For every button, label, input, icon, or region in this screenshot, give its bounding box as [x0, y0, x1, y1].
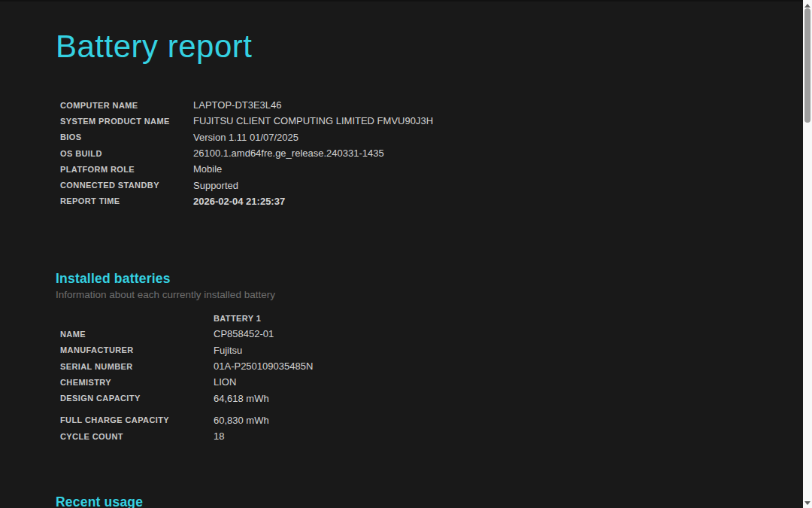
- table-row: OS BUILD 26100.1.amd64fre.ge_release.240…: [60, 145, 433, 161]
- battery-label: SERIAL NUMBER: [60, 362, 214, 371]
- info-label: CONNECTED STANDBY: [60, 181, 193, 190]
- info-label: BIOS: [60, 132, 193, 141]
- top-edge-divider: [0, 0, 812, 2]
- battery-label: FULL CHARGE CAPACITY: [60, 415, 214, 424]
- table-row: SYSTEM PRODUCT NAME FUJITSU CLIENT COMPU…: [60, 113, 433, 129]
- info-value: Mobile: [193, 163, 222, 175]
- battery-report-page: Battery report COMPUTER NAME LAPTOP-DT3E…: [0, 0, 812, 508]
- table-row: NAME CP858452-01: [60, 326, 313, 342]
- battery-column-header: BATTERY 1: [214, 314, 261, 323]
- installed-batteries-heading: Installed batteries: [56, 271, 171, 287]
- battery-label: DESIGN CAPACITY: [60, 394, 214, 403]
- info-label: SYSTEM PRODUCT NAME: [60, 117, 193, 126]
- installed-batteries-subtitle: Information about each currently install…: [56, 289, 275, 300]
- scrollbar-down-arrow-icon: [804, 501, 810, 505]
- battery-value: 01A-P250109035485N: [214, 360, 313, 372]
- table-row: CONNECTED STANDBY Supported: [60, 177, 433, 193]
- table-row: COMPUTER NAME LAPTOP-DT3E3L46: [60, 97, 433, 113]
- info-label: OS BUILD: [60, 149, 193, 158]
- table-row: REPORT TIME 2026-02-04 21:25:37: [60, 193, 433, 209]
- info-label: REPORT TIME: [60, 196, 193, 205]
- scrollbar-up-arrow-icon: [804, 4, 810, 8]
- battery-value: LION: [214, 376, 236, 388]
- table-row: CHEMISTRY LION: [60, 374, 313, 390]
- info-value: 26100.1.amd64fre.ge_release.240331-1435: [193, 148, 384, 159]
- report-time-value: 2026-02-04 21:25:37: [193, 196, 285, 207]
- table-header-row: BATTERY 1: [60, 310, 313, 326]
- info-value: Supported: [193, 180, 238, 191]
- battery-value: CP858452-01: [214, 328, 274, 339]
- table-row: DESIGN CAPACITY 64,618 mWh: [60, 390, 313, 406]
- scroll-down-button[interactable]: [803, 497, 812, 508]
- table-row: FULL CHARGE CAPACITY 60,830 mWh: [60, 412, 313, 428]
- table-row: PLATFORM ROLE Mobile: [60, 161, 433, 177]
- scrollbar-thumb[interactable]: [804, 8, 810, 123]
- installed-batteries-table: BATTERY 1 NAME CP858452-01 MANUFACTURER …: [60, 310, 313, 444]
- info-value: LAPTOP-DT3E3L46: [193, 99, 282, 111]
- recent-usage-heading: Recent usage: [56, 494, 143, 508]
- vertical-scrollbar[interactable]: [803, 0, 812, 508]
- table-row: BIOS Version 1.11 01/07/2025: [60, 129, 433, 145]
- info-label: COMPUTER NAME: [60, 101, 193, 110]
- battery-value: 64,618 mWh: [214, 393, 269, 404]
- table-row: MANUFACTURER Fujitsu: [60, 342, 313, 358]
- battery-value: 18: [214, 430, 224, 442]
- info-label: PLATFORM ROLE: [60, 165, 193, 174]
- table-row: SERIAL NUMBER 01A-P250109035485N: [60, 358, 313, 374]
- info-value: Version 1.11 01/07/2025: [193, 132, 298, 143]
- battery-label: MANUFACTURER: [60, 345, 214, 354]
- battery-label: CHEMISTRY: [60, 378, 214, 387]
- battery-label: NAME: [60, 330, 214, 339]
- info-value: FUJITSU CLIENT COMPUTING LIMITED FMVU90J…: [193, 115, 433, 126]
- system-info-table: COMPUTER NAME LAPTOP-DT3E3L46 SYSTEM PRO…: [60, 97, 433, 209]
- battery-value: 60,830 mWh: [214, 415, 269, 426]
- battery-value: Fujitsu: [214, 345, 242, 356]
- battery-label: CYCLE COUNT: [60, 432, 214, 441]
- page-title: Battery report: [56, 29, 252, 65]
- table-row: CYCLE COUNT 18: [60, 428, 313, 444]
